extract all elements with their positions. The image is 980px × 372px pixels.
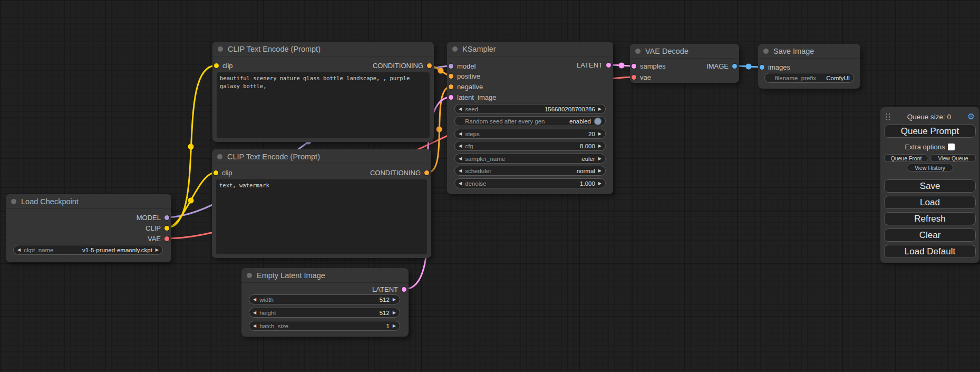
conditioning-output-port[interactable] [424,170,429,175]
node-title-bar[interactable]: Save Image [758,44,860,59]
decrement-arrow-icon[interactable]: ◀ [459,132,462,136]
node-save-image[interactable]: Save Image images filename_prefix ComfyU… [758,44,860,89]
decrement-arrow-icon[interactable]: ◀ [459,157,462,161]
collapse-dot-icon[interactable] [247,273,252,278]
vae-input-port[interactable] [632,75,636,80]
increment-arrow-icon[interactable]: ▶ [393,311,396,315]
wire-positive-midpoint[interactable] [438,68,444,74]
queue-prompt-button[interactable]: Queue Prompt [884,125,976,138]
node-title-bar[interactable]: Load Checkpoint [6,194,171,209]
widget-value: ComfyUI [826,75,850,81]
node-canvas[interactable]: { "port_colors": { "model": "#B39DDB", "… [0,0,980,372]
toggle-dot-icon[interactable] [594,118,601,125]
wire-negative-midpoint[interactable] [436,127,442,132]
increment-arrow-icon[interactable]: ▶ [156,248,159,252]
increment-arrow-icon[interactable]: ▶ [598,107,601,111]
collapse-dot-icon[interactable] [218,46,223,52]
increment-arrow-icon[interactable]: ▶ [598,182,601,186]
output-row: IMAGE [706,61,737,71]
queue-panel[interactable]: Queue size: 0 ⚙ Queue Prompt Extra optio… [880,107,979,263]
negative-input-port[interactable] [449,84,453,89]
denoise-widget[interactable]: ◀ denoise 1.000 ▶ [454,178,606,188]
increment-arrow-icon[interactable]: ▶ [598,132,601,136]
decrement-arrow-icon[interactable]: ◀ [459,182,462,186]
drag-handle-icon[interactable] [885,113,891,121]
decrement-arrow-icon[interactable]: ◀ [459,169,462,173]
node-clip-text-encode-positive[interactable]: CLIP Text Encode (Prompt) clip CONDITION… [212,42,434,142]
wire-clip2-midpoint[interactable] [188,198,194,204]
clip-input-port[interactable] [214,170,218,175]
conditioning-output-port[interactable] [427,63,432,68]
increment-arrow-icon[interactable]: ▶ [598,169,601,173]
random-seed-toggle-widget[interactable]: Random seed after every gen enabled [454,116,606,126]
node-empty-latent-image[interactable]: Empty Latent Image LATENT ◀ width 512 ▶ … [241,268,409,337]
latent-output-port[interactable] [606,63,611,68]
latent-output-port[interactable] [402,287,406,292]
settings-gear-icon[interactable]: ⚙ [967,112,975,121]
node-title-bar[interactable]: Empty Latent Image [241,268,409,283]
clip-input-port[interactable] [214,63,219,68]
save-button[interactable]: Save [884,179,976,193]
decrement-arrow-icon[interactable]: ◀ [253,298,256,302]
node-clip-text-encode-negative[interactable]: CLIP Text Encode (Prompt) clip CONDITION… [212,149,431,258]
wire-samples-midpoint[interactable] [619,63,625,69]
collapse-dot-icon[interactable] [452,46,458,52]
steps-widget[interactable]: ◀ steps 20 ▶ [454,129,606,139]
increment-arrow-icon[interactable]: ▶ [393,324,396,328]
wire-clip1-midpoint[interactable] [188,144,194,150]
load-button[interactable]: Load [884,196,976,209]
images-input-port[interactable] [760,65,764,70]
samples-input-port[interactable] [632,64,636,69]
clear-button[interactable]: Clear [884,228,976,242]
port-label: VAE [148,235,161,243]
batch-size-widget[interactable]: ◀ batch_size 1 ▶ [249,321,400,331]
queue-front-button[interactable]: Queue Front [884,154,928,162]
decrement-arrow-icon[interactable]: ◀ [459,107,462,111]
node-vae-decode[interactable]: VAE Decode samples vae IMAGE [630,44,739,83]
load-default-button[interactable]: Load Default [884,245,976,258]
image-output-port[interactable] [732,64,737,69]
cfg-widget[interactable]: ◀ cfg 8.000 ▶ [454,141,606,151]
decrement-arrow-icon[interactable]: ◀ [253,311,256,315]
ckpt-name-widget[interactable]: ◀ ckpt_name v1-5-pruned-emaonly.ckpt ▶ [13,245,163,255]
refresh-button[interactable]: Refresh [884,212,976,225]
node-title-bar[interactable]: CLIP Text Encode (Prompt) [212,149,431,164]
node-ksampler[interactable]: KSampler model positive negative latent_… [447,42,613,194]
model-input-port[interactable] [449,64,453,69]
prompt-text-area[interactable]: beautiful scenery nature glass bottle la… [217,72,430,138]
decrement-arrow-icon[interactable]: ◀ [459,144,462,148]
input-row: clip [214,60,233,71]
clip-output-port[interactable] [164,226,169,231]
seed-widget[interactable]: ◀ seed 156680208700286 ▶ [454,104,606,114]
positive-input-port[interactable] [449,74,453,79]
width-widget[interactable]: ◀ width 512 ▶ [249,294,400,304]
node-load-checkpoint[interactable]: Load Checkpoint MODEL CLIP VAE ◀ ckpt_na… [6,194,171,262]
prompt-text-area[interactable]: text, watermark [216,179,427,254]
input-row: samples [632,61,665,71]
increment-arrow-icon[interactable]: ▶ [598,144,601,148]
wire-image-midpoint[interactable] [746,64,752,70]
collapse-dot-icon[interactable] [217,154,222,159]
decrement-arrow-icon[interactable]: ◀ [253,324,256,328]
increment-arrow-icon[interactable]: ▶ [598,157,601,161]
scheduler-widget[interactable]: ◀ scheduler normal ▶ [454,166,606,176]
input-row: clip [214,167,232,178]
collapse-dot-icon[interactable] [763,49,769,54]
model-output-port[interactable] [164,215,169,220]
node-title-bar[interactable]: CLIP Text Encode (Prompt) [212,42,434,56]
node-title-bar[interactable]: VAE Decode [630,44,739,59]
vae-output-port[interactable] [164,236,169,241]
extra-options-checkbox[interactable] [948,144,955,150]
collapse-dot-icon[interactable] [11,199,16,204]
height-widget[interactable]: ◀ height 512 ▶ [249,308,400,318]
view-queue-button[interactable]: View Queue [930,154,976,162]
collapse-dot-icon[interactable] [635,49,641,54]
latent-image-input-port[interactable] [449,95,453,100]
sampler-name-widget[interactable]: ◀ sampler_name euler ▶ [454,154,606,164]
widget-label: width [259,297,376,303]
increment-arrow-icon[interactable]: ▶ [393,298,396,302]
view-history-button[interactable]: View History [907,164,953,171]
node-title-bar[interactable]: KSampler [447,42,613,56]
filename-prefix-widget[interactable]: filename_prefix ComfyUI [764,73,854,83]
decrement-arrow-icon[interactable]: ◀ [17,248,21,252]
